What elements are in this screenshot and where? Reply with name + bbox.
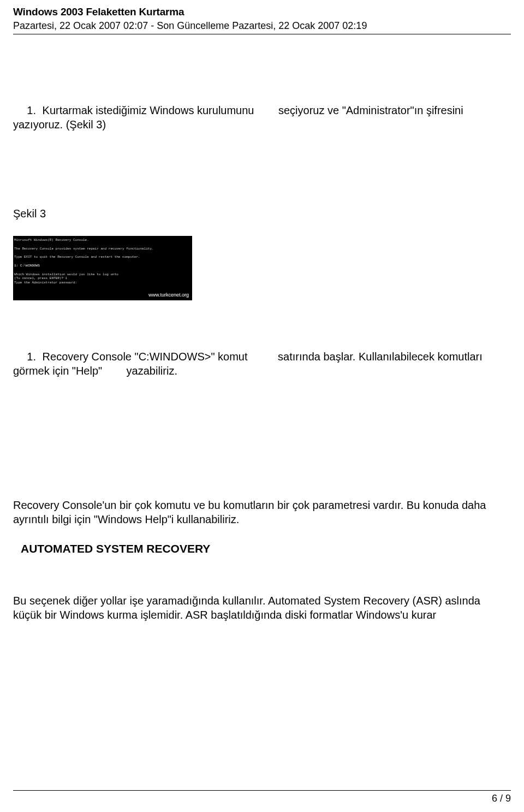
console-line: Type EXIT to quit the Recovery Console a… [14, 255, 140, 259]
page-number: 6 / 9 [13, 791, 511, 805]
recovery-console-screenshot: Microsoft Windows(R) Recovery Console. T… [13, 236, 192, 300]
paragraph-4: Bu seçenek diğer yollar işe yaramadığınd… [13, 594, 511, 622]
content-area: 1. Kurtarmak istediğimiz Windows kurulum… [13, 34, 511, 621]
paragraph-1-part-a: Kurtarmak istediğimiz Windows kurulumunu [43, 104, 254, 116]
console-line: (To cancel, press ENTER)? 1 [14, 276, 67, 280]
console-line: The Recovery Console provides system rep… [14, 247, 154, 251]
page-header: Windows 2003 Felaketten Kurtarma Pazarte… [13, 5, 511, 34]
list-number: 1. [20, 349, 36, 364]
document-title: Windows 2003 Felaketten Kurtarma [13, 5, 511, 19]
figure-caption: Şekil 3 [13, 207, 511, 221]
paragraph-1-part-b: seçiyoruz ve "Administrator"ın şifresini [278, 104, 463, 116]
document-meta: Pazartesi, 22 Ocak 2007 02:07 - Son Günc… [13, 20, 511, 32]
paragraph-2-part-c: görmek için "Help" [13, 365, 102, 377]
page: Windows 2003 Felaketten Kurtarma Pazarte… [0, 0, 524, 812]
console-line: Microsoft Windows(R) Recovery Console. [14, 238, 89, 242]
console-watermark-url: www.turkcenet.org [148, 292, 189, 299]
list-number: 1. [20, 103, 36, 117]
paragraph-2-part-b: satırında başlar. Kullanılabilecek komut… [278, 351, 483, 363]
section-heading-asr: AUTOMATED SYSTEM RECOVERY [21, 542, 511, 556]
console-line: Type the Administrator password: [14, 281, 77, 285]
paragraph-1-part-c: yazıyoruz. (Şekil 3) [13, 118, 106, 131]
paragraph-2-part-a: Recovery Console "C:WINDOWS>" komut [43, 351, 248, 363]
paragraph-2-part-d: yazabiliriz. [127, 365, 177, 377]
paragraph-3: Recovery Console'un bir çok komutu ve bu… [13, 498, 511, 526]
page-footer: 6 / 9 [13, 790, 511, 805]
paragraph-2: 1. Recovery Console "C:WINDOWS>" komut s… [13, 349, 511, 378]
console-line: 1: C:\WINDOWS [14, 264, 40, 268]
paragraph-1: 1. Kurtarmak istediğimiz Windows kurulum… [13, 103, 511, 132]
console-line: Which Windows installation would you lik… [14, 272, 118, 276]
